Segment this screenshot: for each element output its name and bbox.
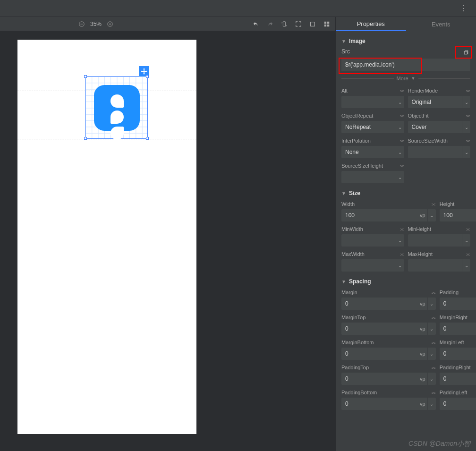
field-control[interactable]: vp⌄: [341, 323, 436, 335]
chevron-down-icon[interactable]: ⌄: [396, 96, 404, 108]
chevron-down-icon[interactable]: ⌄: [396, 121, 404, 133]
field-control[interactable]: vp⌄: [440, 298, 476, 310]
more-dots-icon[interactable]: ⋮: [460, 4, 468, 13]
field-row: MinWidth⫘ ⌄ MinHeight⫘ ⌄: [341, 225, 470, 247]
chevron-down-icon[interactable]: ⌄: [462, 96, 470, 108]
field-control[interactable]: vp⌄: [341, 348, 436, 360]
property-field: MinWidth⫘ ⌄: [341, 225, 404, 247]
tab-properties[interactable]: Properties: [336, 17, 406, 31]
link-icon[interactable]: ⫘: [400, 138, 404, 144]
chevron-down-icon[interactable]: ⌄: [427, 373, 436, 385]
field-input[interactable]: [341, 375, 420, 382]
link-icon[interactable]: ⫘: [400, 113, 404, 119]
link-icon[interactable]: ⫘: [400, 227, 404, 232]
property-field: Alt⫘ ⌄: [341, 87, 404, 108]
field-control[interactable]: Cover⌄: [408, 121, 471, 133]
grid-icon[interactable]: [323, 20, 331, 28]
chevron-down-icon[interactable]: ⌄: [427, 323, 436, 335]
field-input[interactable]: [341, 325, 420, 332]
expand-icon[interactable]: [295, 20, 302, 28]
zoom-out-icon[interactable]: [78, 20, 85, 28]
field-control[interactable]: ⌄: [408, 146, 471, 158]
redo-icon[interactable]: [266, 20, 274, 28]
link-icon[interactable]: ⫘: [400, 163, 404, 169]
link-icon[interactable]: ⫘: [466, 113, 470, 119]
field-control[interactable]: Original⌄: [408, 96, 471, 108]
chevron-down-icon[interactable]: ⌄: [427, 209, 436, 221]
field-control[interactable]: NoRepeat⌄: [341, 121, 404, 133]
section-spacing-header[interactable]: ▼ Spacing: [341, 278, 470, 285]
field-control[interactable]: ⌄: [341, 96, 404, 108]
field-input[interactable]: [341, 300, 420, 307]
chevron-down-icon[interactable]: ⌄: [427, 348, 436, 360]
chevron-down-icon[interactable]: ⌄: [462, 234, 470, 247]
field-input[interactable]: [440, 350, 476, 357]
link-icon[interactable]: ⫘: [466, 138, 470, 144]
chevron-down-icon[interactable]: ⌄: [462, 121, 470, 133]
section-image-header[interactable]: ▼ Image: [341, 38, 470, 44]
chevron-down-icon[interactable]: ⌄: [396, 171, 404, 183]
field-control[interactable]: vp⌄: [440, 348, 476, 360]
chevron-down-icon[interactable]: ⌄: [396, 146, 404, 158]
link-icon[interactable]: ⫘: [466, 252, 470, 257]
selected-image[interactable]: [85, 76, 148, 139]
field-input[interactable]: [341, 212, 420, 219]
undo-icon[interactable]: [252, 20, 260, 28]
link-icon[interactable]: ⫘: [431, 340, 436, 345]
field-control[interactable]: ⌄: [408, 234, 471, 247]
artboard[interactable]: [17, 40, 196, 434]
link-icon[interactable]: ⫘: [400, 252, 404, 257]
field-input[interactable]: [341, 400, 420, 407]
field-control[interactable]: ⌄: [341, 259, 404, 272]
field-control[interactable]: ⌄: [341, 234, 404, 247]
property-field: MarginTop⫘ vp⌄: [341, 314, 436, 335]
chevron-down-icon[interactable]: ⌄: [427, 398, 436, 410]
field-input[interactable]: [440, 400, 476, 407]
field-row: SourceSizeHeight⫘ ⌄: [341, 162, 470, 183]
field-input[interactable]: [440, 375, 476, 382]
tab-events[interactable]: Events: [406, 17, 476, 31]
square-icon[interactable]: [309, 20, 316, 28]
field-row: InterPolation⫘ None⌄ SourceSizeWidth⫘ ⌄: [341, 137, 470, 158]
field-control[interactable]: ⌄: [341, 171, 404, 183]
more-divider[interactable]: More▼: [341, 76, 470, 81]
svg-rect-9: [324, 24, 326, 26]
unit-suffix: vp: [420, 326, 427, 332]
field-input[interactable]: [440, 212, 476, 219]
field-input[interactable]: [440, 300, 476, 307]
link-icon[interactable]: ⫘: [431, 202, 436, 207]
field-control[interactable]: vp⌄: [341, 298, 436, 310]
link-icon[interactable]: ⫘: [400, 88, 404, 94]
field-control[interactable]: vp⌄: [341, 398, 436, 410]
field-control[interactable]: vp⌄: [440, 323, 476, 335]
chevron-down-icon[interactable]: ⌄: [396, 234, 404, 247]
chevron-down-icon[interactable]: ⌄: [462, 146, 470, 158]
link-icon[interactable]: ⫘: [431, 290, 436, 295]
chevron-down-icon[interactable]: ⌄: [396, 259, 404, 272]
section-size-header[interactable]: ▼ Size: [341, 190, 470, 196]
rotate-device-icon[interactable]: [280, 20, 288, 28]
field-control[interactable]: ⌄: [408, 259, 471, 272]
inspector-scroll[interactable]: ▼ Image 点击切换 Src $r('app.media.icon') Mo…: [336, 31, 476, 451]
field-control[interactable]: vp⌄: [440, 373, 476, 385]
chevron-down-icon[interactable]: ⌄: [462, 259, 470, 272]
field-label: PaddingRight: [440, 365, 471, 370]
link-icon[interactable]: ⫘: [431, 365, 436, 370]
canvas-viewport[interactable]: [0, 31, 335, 451]
field-label: MarginBottom: [341, 340, 374, 345]
field-control[interactable]: vp⌄: [341, 209, 436, 221]
field-input[interactable]: [440, 325, 476, 332]
chevron-down-icon[interactable]: ⌄: [427, 298, 436, 310]
link-icon[interactable]: ⫘: [466, 227, 470, 232]
field-control[interactable]: vp⌄: [440, 209, 476, 221]
zoom-level: 35%: [90, 21, 102, 27]
link-icon[interactable]: ⫘: [431, 315, 436, 320]
zoom-in-icon[interactable]: [106, 20, 114, 28]
field-control[interactable]: vp⌄: [341, 373, 436, 385]
unit-suffix: vp: [420, 401, 427, 407]
link-icon[interactable]: ⫘: [466, 88, 470, 94]
field-control[interactable]: vp⌄: [440, 398, 476, 410]
field-input[interactable]: [341, 350, 420, 357]
field-control[interactable]: None⌄: [341, 146, 404, 158]
link-icon[interactable]: ⫘: [431, 390, 436, 395]
